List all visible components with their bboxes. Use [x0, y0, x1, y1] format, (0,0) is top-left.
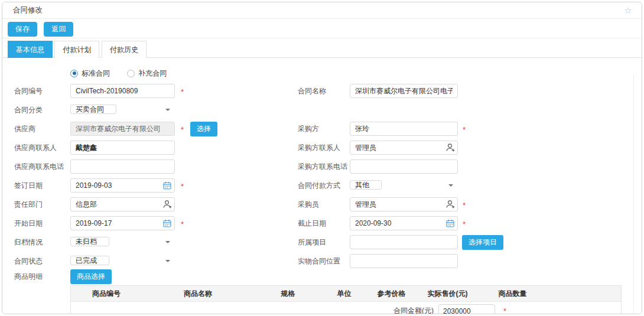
end-date-label: 截止日期: [298, 216, 326, 230]
purchaser-label: 采购方: [298, 122, 319, 136]
col-goods-no: 商品编号: [71, 289, 142, 299]
start-date-input[interactable]: [70, 216, 175, 230]
add-user-icon[interactable]: [162, 200, 172, 209]
required-mark: *: [503, 307, 506, 314]
archive-status-select[interactable]: 未归档: [70, 235, 175, 249]
contract-edit-panel: 合同修改 ☆ 保存 返回 基本信息 付款计划 付款历史 标准合同 补充合同 合同…: [2, 2, 642, 314]
contract-amount-row: 合同金额(元) *: [71, 302, 621, 314]
archive-status-value: 未归档: [70, 237, 109, 246]
radio-selected-icon: [70, 70, 78, 77]
radio-supplement-contract[interactable]: 补充合同: [127, 66, 167, 80]
contract-status-label: 合同状态: [14, 254, 43, 268]
contract-amount-input[interactable]: [438, 304, 495, 314]
end-date-input[interactable]: [350, 216, 458, 230]
purchaser-phone-input[interactable]: [350, 159, 458, 174]
buyer-label: 采购员: [298, 197, 319, 211]
col-quantity: 商品数量: [479, 289, 547, 299]
supplier-contact-label: 供应商联系人: [14, 141, 57, 155]
save-button[interactable]: 保存: [8, 22, 37, 37]
contract-name-label: 合同名称: [298, 84, 326, 98]
scrollbar-track[interactable]: [633, 74, 634, 314]
radio-standard-label: 标准合同: [82, 66, 110, 80]
sign-date-input[interactable]: [70, 178, 175, 193]
calendar-icon[interactable]: [162, 181, 172, 190]
project-label: 所属项目: [298, 235, 326, 249]
contract-amount-label: 合同金额(元): [393, 306, 434, 314]
required-mark: *: [181, 180, 184, 194]
select-project-button[interactable]: 选择项目: [462, 235, 503, 250]
contract-kind-radio-group: 标准合同 补充合同: [70, 66, 642, 80]
col-goods-name: 商品名称: [142, 289, 254, 299]
purchaser-contact-input[interactable]: [350, 141, 458, 155]
supplier-select-button[interactable]: 选择: [190, 122, 217, 136]
goods-detail-label: 商品明细: [14, 269, 43, 284]
col-actual-price: 实际售价(元): [417, 289, 479, 299]
supplier-phone-input[interactable]: [70, 159, 175, 174]
contract-status-value: 已完成: [70, 256, 109, 265]
contract-no-input[interactable]: [70, 84, 175, 98]
tab-payment-history[interactable]: 付款历史: [102, 41, 147, 58]
col-unit: 单位: [322, 289, 366, 299]
required-mark: *: [181, 123, 184, 137]
sign-date-label: 签订日期: [14, 178, 43, 193]
calendar-icon[interactable]: [162, 219, 172, 228]
chevron-down-icon: [165, 241, 170, 243]
contract-status-select[interactable]: 已完成: [70, 254, 175, 268]
tab-bar: 基本信息 付款计划 付款历史: [2, 38, 642, 58]
panel-header: 合同修改 ☆: [2, 2, 642, 19]
buyer-input[interactable]: [350, 197, 458, 211]
archive-status-label: 归档情况: [14, 235, 43, 249]
supplier-contact-input[interactable]: [70, 141, 175, 155]
radio-unselected-icon: [127, 70, 135, 77]
project-input[interactable]: [350, 235, 458, 249]
supplier-phone-label: 供应商联系电话: [14, 159, 64, 174]
supplier-input: [70, 122, 175, 136]
payment-method-select[interactable]: 其他: [350, 178, 458, 193]
required-mark: *: [181, 85, 184, 99]
required-mark: *: [463, 123, 466, 137]
goods-select-button[interactable]: 商品选择: [70, 269, 112, 284]
add-user-icon[interactable]: [445, 143, 455, 152]
calendar-icon[interactable]: [445, 219, 455, 228]
payment-method-value: 其他: [350, 180, 382, 190]
contract-type-select[interactable]: 买卖合同: [70, 103, 175, 117]
col-ref-price: 参考价格: [366, 289, 417, 299]
goods-table: 商品编号 商品名称 规格 单位 参考价格 实际售价(元) 商品数量 合同金额(元…: [70, 285, 622, 314]
chevron-down-icon: [165, 109, 170, 111]
purchaser-contact-label: 采购方联系人: [298, 141, 340, 155]
chevron-down-icon: [165, 260, 170, 262]
required-mark: *: [463, 217, 466, 232]
dept-label: 责任部门: [14, 197, 43, 211]
contract-name-input[interactable]: [350, 84, 458, 98]
location-input[interactable]: [350, 254, 458, 268]
contract-no-label: 合同编号: [14, 84, 43, 98]
contract-type-label: 合同分类: [14, 103, 43, 117]
tab-basic-info[interactable]: 基本信息: [8, 41, 53, 58]
add-user-icon[interactable]: [445, 200, 455, 209]
start-date-label: 开始日期: [14, 216, 43, 230]
contract-type-value: 买卖合同: [70, 105, 116, 114]
radio-supplement-label: 补充合同: [138, 66, 167, 80]
location-label: 实物合同位置: [298, 254, 340, 268]
required-mark: *: [463, 198, 466, 213]
payment-method-label: 合同付款方式: [298, 178, 340, 193]
purchaser-input[interactable]: [350, 122, 458, 136]
goods-table-header: 商品编号 商品名称 规格 单位 参考价格 实际售价(元) 商品数量: [71, 286, 621, 302]
required-mark: *: [181, 217, 184, 232]
tab-payment-plan[interactable]: 付款计划: [54, 41, 99, 58]
supplier-label: 供应商: [14, 122, 35, 136]
radio-standard-contract[interactable]: 标准合同: [70, 66, 110, 80]
page-title: 合同修改: [13, 6, 43, 14]
chevron-down-icon: [448, 184, 453, 187]
basic-info-form: 标准合同 补充合同 合同编号 * 合同名称 合同分类 买卖合同 供应商: [2, 58, 642, 314]
col-spec: 规格: [254, 289, 322, 299]
purchaser-phone-label: 采购方联系电话: [298, 159, 347, 174]
toolbar: 保存 返回: [2, 19, 642, 38]
favorite-star-icon[interactable]: ☆: [625, 2, 632, 18]
back-button[interactable]: 返回: [44, 22, 73, 37]
dept-input[interactable]: [70, 197, 175, 211]
